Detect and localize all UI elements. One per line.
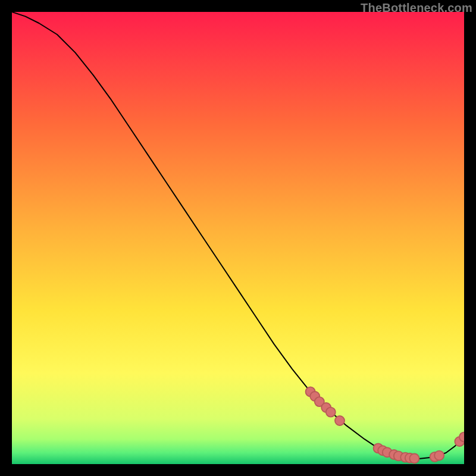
chart-frame: TheBottleneck.com xyxy=(0,0,476,476)
svg-rect-0 xyxy=(12,12,464,464)
plot-area xyxy=(12,12,464,464)
background-gradient xyxy=(12,12,464,464)
